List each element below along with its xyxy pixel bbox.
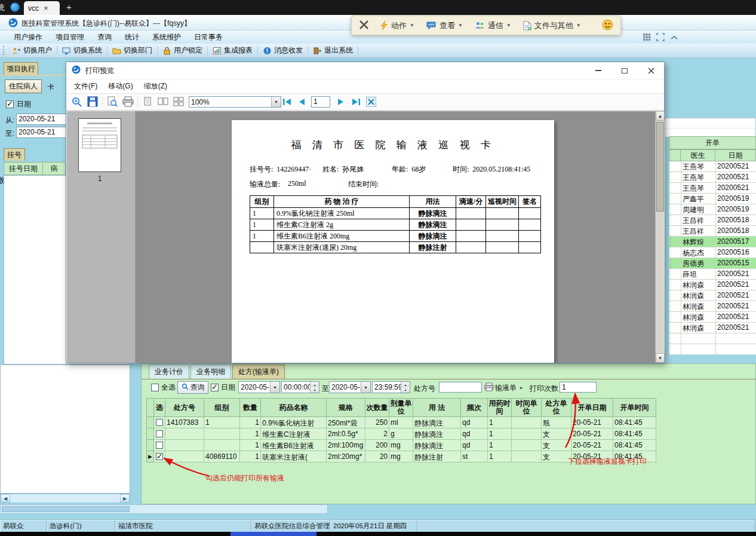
dialog-minimize-button[interactable] bbox=[585, 62, 611, 79]
row-checkbox[interactable] bbox=[156, 430, 163, 437]
order-row-6[interactable]: 王昌祥20200518 bbox=[669, 226, 756, 237]
grid-header-4[interactable]: 药品名称 bbox=[261, 398, 327, 417]
overlay-item-1[interactable]: 查看▼ bbox=[426, 20, 463, 31]
dialog-menu-2[interactable]: 缩放(Z) bbox=[139, 79, 173, 93]
date-checkbox[interactable]: 日期 bbox=[211, 382, 235, 393]
order-row-10[interactable]: 薛坦20200521 bbox=[669, 269, 756, 280]
page-thumbnail[interactable] bbox=[78, 118, 121, 172]
browser-tab[interactable]: vcc × bbox=[24, 1, 60, 15]
new-tab-button[interactable]: + bbox=[66, 2, 72, 12]
print-type-dropdown[interactable]: 输液单 ▼ bbox=[495, 383, 523, 393]
order-row-11[interactable]: 林润森20200521 bbox=[669, 280, 756, 290]
order-row-9[interactable]: 房德勇20200515 bbox=[669, 258, 756, 269]
order-row-17[interactable] bbox=[669, 344, 756, 355]
order-row-16[interactable] bbox=[669, 333, 756, 344]
card-tab-partial[interactable]: 卡 bbox=[47, 82, 54, 93]
scroll-left-icon[interactable] bbox=[1, 494, 10, 503]
first-page-button[interactable] bbox=[282, 97, 293, 108]
order-row-7[interactable]: 林辉煌20200517 bbox=[669, 237, 756, 247]
grid-header-8[interactable]: 用 法 bbox=[413, 398, 461, 417]
left-grid-header-regdate[interactable]: 挂号日期 bbox=[4, 162, 43, 175]
bottom-tab-1[interactable]: 业务明细 bbox=[190, 365, 231, 379]
overlay-item-3[interactable]: 文件与其他▼ bbox=[523, 20, 581, 31]
row-checkbox-checked[interactable] bbox=[156, 453, 163, 460]
grid-header-1[interactable]: 处方号 bbox=[165, 398, 204, 417]
order-row-5[interactable]: 王昌祥20200518 bbox=[669, 215, 756, 226]
inpatient-button[interactable]: 住院病人 bbox=[5, 79, 42, 93]
spin-up-icon[interactable] bbox=[311, 382, 319, 387]
order-col-date[interactable]: 日期 bbox=[715, 149, 756, 161]
overlay-item-2[interactable]: 通信▼ bbox=[475, 20, 511, 31]
menu-item-5[interactable]: 日常事务 bbox=[188, 30, 229, 44]
printer-icon[interactable] bbox=[484, 382, 494, 393]
menu-item-1[interactable]: 项目管理 bbox=[49, 30, 91, 44]
order-row-4[interactable]: 周建明20200519 bbox=[669, 204, 756, 215]
order-col-doctor[interactable]: 医生 bbox=[681, 149, 715, 161]
save-icon[interactable] bbox=[87, 96, 98, 109]
grid-row-1[interactable]: 1维生素C注射液2ml:0.5g*2g静脉滴注qd1支20-05-2108:41… bbox=[147, 428, 656, 440]
scroll-up-icon[interactable] bbox=[656, 111, 665, 121]
grid-header-13[interactable]: 开单日期 bbox=[571, 398, 613, 417]
maximize-view-icon[interactable] bbox=[656, 33, 665, 43]
preview-v-scrollbar[interactable] bbox=[655, 111, 665, 363]
grid-header-10[interactable]: 用药时间 bbox=[488, 398, 512, 417]
checkbox-icon[interactable] bbox=[151, 384, 159, 391]
previous-page-button[interactable] bbox=[297, 97, 306, 108]
date-from-combo[interactable]: 2020-05-21 bbox=[238, 381, 280, 393]
collapse-icon[interactable] bbox=[670, 34, 678, 42]
last-page-button[interactable] bbox=[351, 97, 361, 108]
grid-header-0[interactable]: 选 bbox=[154, 398, 165, 417]
grid-header-7[interactable]: 剂量单位 bbox=[389, 398, 413, 417]
date-filter-checkbox[interactable]: 日期 bbox=[6, 99, 31, 109]
scroll-track[interactable] bbox=[10, 494, 120, 503]
order-row-15[interactable]: 林润森20200521 bbox=[669, 323, 756, 333]
row-checkbox[interactable] bbox=[156, 442, 163, 449]
dialog-title-bar[interactable]: 打印预览 bbox=[66, 62, 664, 79]
order-row-0[interactable]: 王燕琴20200521 bbox=[669, 161, 756, 172]
grid-row-2[interactable]: 1维生素B6注射液2ml:100mg200mg静脉滴注qd1支20-05-210… bbox=[147, 440, 656, 451]
dialog-menu-1[interactable]: 移动(G) bbox=[103, 79, 138, 93]
overlay-item-0[interactable]: 动作▼ bbox=[380, 20, 414, 31]
toolbar-button-0[interactable]: 切换用户 bbox=[8, 44, 56, 57]
to-date-input[interactable]: 2020-05-21 bbox=[16, 127, 69, 138]
grid-header-14[interactable]: 开单时间 bbox=[613, 398, 656, 417]
page-layout-single-icon[interactable] bbox=[142, 96, 153, 109]
scroll-thumb[interactable] bbox=[656, 122, 664, 212]
page-number-input[interactable]: 1 bbox=[311, 96, 330, 108]
grid-header-3[interactable]: 数量 bbox=[240, 398, 261, 417]
toolbar-button-4[interactable]: 集成报表 bbox=[208, 44, 257, 57]
menu-item-2[interactable]: 查询 bbox=[91, 30, 118, 44]
order-row-13[interactable]: 林润森20200521 bbox=[669, 301, 756, 312]
print-count-input[interactable]: 1 bbox=[560, 382, 597, 393]
menu-item-3[interactable]: 统计 bbox=[118, 30, 146, 44]
smiley-icon[interactable] bbox=[602, 19, 613, 32]
toolbar-button-5[interactable]: 消息收发 bbox=[259, 44, 307, 57]
left-h-scrollbar[interactable] bbox=[0, 494, 130, 503]
tab-registration[interactable]: 挂号 bbox=[4, 148, 25, 161]
scroll-right-icon[interactable] bbox=[120, 494, 130, 503]
scroll-down-icon[interactable] bbox=[656, 353, 665, 363]
zoom-icon[interactable] bbox=[71, 96, 82, 109]
query-button[interactable]: 查询 bbox=[177, 381, 208, 394]
toolbar-button-3[interactable]: 用户锁定 bbox=[158, 44, 207, 57]
close-icon[interactable] bbox=[359, 20, 369, 32]
chevron-down-icon[interactable] bbox=[271, 97, 281, 107]
time-to-spinner[interactable]: 23:59:59 bbox=[372, 381, 410, 393]
order-row-2[interactable]: 王燕琴20200521 bbox=[669, 183, 756, 194]
grid-header-2[interactable]: 组别 bbox=[204, 398, 240, 417]
left-grid-header-patient[interactable]: 病 bbox=[43, 162, 66, 175]
close-preview-icon[interactable] bbox=[366, 97, 376, 109]
menu-item-4[interactable]: 系统维护 bbox=[146, 30, 188, 44]
grid-header-11[interactable]: 时间单位 bbox=[512, 398, 542, 417]
toolbar-button-6[interactable]: 退出系统 bbox=[309, 44, 357, 57]
wide-h-scrollbar[interactable] bbox=[0, 504, 328, 514]
menu-item-0[interactable]: 用户操作 bbox=[7, 30, 49, 44]
date-to-combo[interactable]: 2020-05-21 bbox=[329, 381, 371, 393]
tab-project-execute[interactable]: 项目执行 bbox=[4, 62, 38, 75]
toolbar-button-1[interactable]: 切换系统 bbox=[58, 44, 106, 57]
select-all-checkbox[interactable]: 全选 bbox=[151, 382, 176, 393]
next-page-button[interactable] bbox=[336, 97, 345, 108]
grid-row-0[interactable]: 14107383110.9%氯化钠注射250ml*袋250ml静脉滴注qd1瓶2… bbox=[147, 417, 656, 428]
zoom-page-icon[interactable] bbox=[107, 96, 118, 109]
grid-header-9[interactable]: 频次 bbox=[461, 398, 488, 417]
